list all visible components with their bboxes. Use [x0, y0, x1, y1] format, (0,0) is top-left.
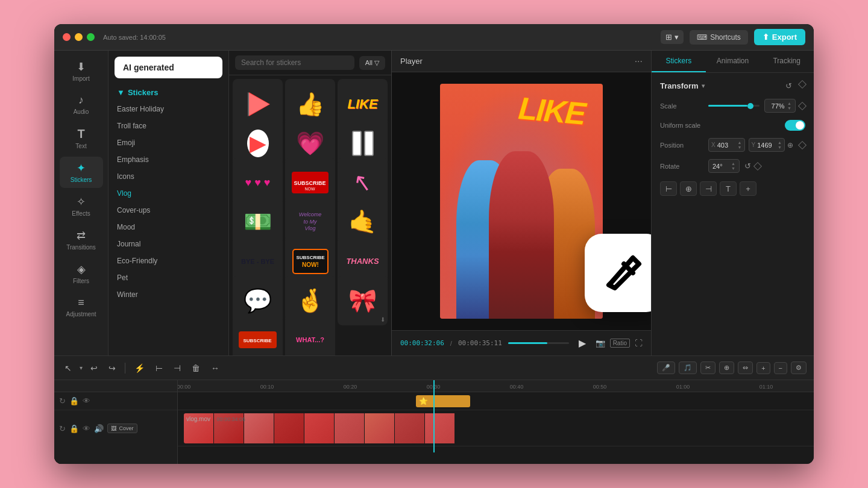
- scale-up-arrow[interactable]: ▲: [787, 101, 791, 105]
- flip-button[interactable]: ↔: [208, 361, 222, 375]
- toolbar-item-stickers[interactable]: ✦ Stickers: [60, 157, 103, 188]
- undo-button[interactable]: ↩: [87, 361, 101, 375]
- toolbar-item-effects[interactable]: ✧ Effects: [60, 190, 103, 222]
- export-button[interactable]: ⬆ Export: [754, 29, 805, 45]
- align-left-button[interactable]: ⊢: [660, 181, 677, 196]
- screenshot-icon[interactable]: 📷: [596, 339, 605, 348]
- playhead[interactable]: [433, 380, 435, 452]
- category-emphasis[interactable]: Emphasis: [108, 151, 228, 168]
- position-y-field[interactable]: Y 1469 ▲ ▼: [749, 138, 785, 152]
- category-coverups[interactable]: Cover-ups: [108, 202, 228, 219]
- stickers-search-input[interactable]: [235, 55, 354, 70]
- redo-button[interactable]: ↪: [105, 361, 119, 375]
- category-icons[interactable]: Icons: [108, 168, 228, 185]
- cover-button[interactable]: 🖼 Cover: [107, 424, 137, 433]
- player-progress-bar[interactable]: [508, 342, 569, 344]
- lock-icon[interactable]: 🔒: [69, 396, 79, 405]
- pos-y-up[interactable]: ▲: [778, 140, 782, 145]
- video-audio-icon[interactable]: 🔊: [94, 424, 104, 433]
- sticker-what-text[interactable]: WHAT...? ⬇: [285, 315, 335, 355]
- toolbar-item-import[interactable]: ⬇ Import: [60, 55, 103, 87]
- toolbar-item-filters[interactable]: ◈ Filters: [60, 258, 103, 289]
- rotate-up[interactable]: ▲: [731, 161, 735, 166]
- settings-timeline-button[interactable]: ⚙: [791, 361, 807, 374]
- align-top-button[interactable]: T: [720, 181, 737, 196]
- uniform-scale-toggle[interactable]: [785, 120, 805, 131]
- rotate-value[interactable]: 24° ▲ ▼: [708, 159, 740, 173]
- toolbar-item-transitions[interactable]: ⇄ Transitions: [60, 224, 103, 255]
- fullscreen-icon[interactable]: ⛶: [635, 339, 643, 348]
- align-center-v-button[interactable]: +: [740, 181, 756, 196]
- mic-button[interactable]: 🎤: [657, 361, 675, 374]
- ai-generated-button[interactable]: AI generated: [115, 57, 222, 78]
- rotate-down[interactable]: ▼: [731, 166, 735, 170]
- chat-emoji: 💬: [244, 289, 272, 312]
- add-track-button[interactable]: ⊕: [719, 361, 734, 374]
- player-settings-icon[interactable]: ···: [635, 56, 643, 67]
- shortcuts-button[interactable]: ⌨ Shortcuts: [690, 30, 748, 45]
- video-lock-icon[interactable]: 🔒: [69, 424, 79, 433]
- category-vlog[interactable]: Vlog: [108, 185, 228, 202]
- tab-stickers[interactable]: Stickers: [652, 51, 706, 72]
- merge-button[interactable]: ⇔: [738, 361, 753, 374]
- ratio-button[interactable]: Ratio: [610, 339, 630, 348]
- maximize-button[interactable]: [87, 33, 95, 41]
- category-easter[interactable]: Easter Holiday: [108, 101, 228, 117]
- align-center-h-button[interactable]: ⊕: [680, 181, 697, 196]
- category-winter[interactable]: Winter: [108, 286, 228, 303]
- pos-x-down[interactable]: ▼: [738, 145, 742, 149]
- delete-button[interactable]: 🗑: [189, 361, 203, 375]
- all-filter-button[interactable]: All ▽: [359, 56, 385, 70]
- category-journal[interactable]: Journal: [108, 236, 228, 252]
- loop-icon[interactable]: ↻: [59, 396, 66, 405]
- position-keyframe[interactable]: [798, 140, 807, 149]
- category-emoji[interactable]: Emoji: [108, 134, 228, 151]
- split-button[interactable]: ⚡: [131, 361, 148, 375]
- split-audio-button[interactable]: ✂: [700, 361, 715, 374]
- align-right-button[interactable]: ⊣: [700, 181, 717, 196]
- thumbs-3d-emoji: 🤙: [348, 210, 377, 233]
- keyframe-diamond[interactable]: [798, 80, 807, 89]
- position-x-field[interactable]: X 403 ▲ ▼: [708, 138, 745, 152]
- video-visibility-icon[interactable]: 👁: [83, 424, 90, 433]
- trim-end-button[interactable]: ⊣: [171, 361, 184, 375]
- reset-icon[interactable]: ↺: [785, 81, 792, 90]
- rotate-keyframe[interactable]: [753, 161, 762, 170]
- category-eco[interactable]: Eco-Friendly: [108, 252, 228, 269]
- visibility-icon[interactable]: 👁: [83, 396, 90, 405]
- toolbar-item-audio[interactable]: ♪ Audio: [60, 89, 103, 120]
- scale-down-arrow[interactable]: ▼: [787, 106, 791, 110]
- select-tool[interactable]: ↖: [61, 361, 75, 375]
- scale-value[interactable]: 77% ▲ ▼: [764, 99, 796, 113]
- tab-tracking[interactable]: Tracking: [760, 51, 814, 72]
- pos-y-down[interactable]: ▼: [778, 145, 782, 149]
- layout-button[interactable]: ⊞ ▾: [661, 30, 684, 44]
- toolbar-item-adjustment[interactable]: ≡ Adjustment: [60, 292, 103, 322]
- zoom-out-icon: −: [779, 364, 782, 372]
- scale-slider[interactable]: [708, 105, 760, 107]
- pos-x-up[interactable]: ▲: [738, 140, 742, 145]
- close-button[interactable]: [63, 33, 71, 41]
- toolbar-item-text[interactable]: T Text: [60, 122, 103, 154]
- video-frame-5: [304, 413, 335, 443]
- sticker-bow[interactable]: 🎀 ⬇: [338, 275, 388, 325]
- scale-keyframe[interactable]: [798, 101, 807, 110]
- rotate-reset-icon[interactable]: ↺: [744, 161, 751, 170]
- tab-animation[interactable]: Animation: [706, 51, 760, 72]
- download-icon: ⬇: [380, 316, 385, 323]
- sticker-subscribe-red[interactable]: SUBSCRIBE ⬇: [233, 315, 283, 355]
- zoom-out-button[interactable]: −: [774, 362, 787, 374]
- category-mood[interactable]: Mood: [108, 219, 228, 236]
- trim-start-button[interactable]: ⊢: [153, 361, 166, 375]
- position-link-icon[interactable]: ⊕: [787, 141, 793, 149]
- zoom-in-button[interactable]: +: [756, 362, 770, 374]
- time-current: 00:00:32:06: [400, 339, 444, 347]
- heart-emoji: 💗: [296, 132, 324, 155]
- minimize-button[interactable]: [75, 33, 83, 41]
- video-loop-icon[interactable]: ↻: [59, 424, 66, 433]
- play-button[interactable]: ▶: [575, 337, 590, 349]
- category-pet[interactable]: Pet: [108, 269, 228, 286]
- sticker-clip[interactable]: ⭐: [416, 395, 470, 407]
- audio-track-button[interactable]: 🎵: [679, 361, 697, 374]
- category-troll[interactable]: Troll face: [108, 117, 228, 134]
